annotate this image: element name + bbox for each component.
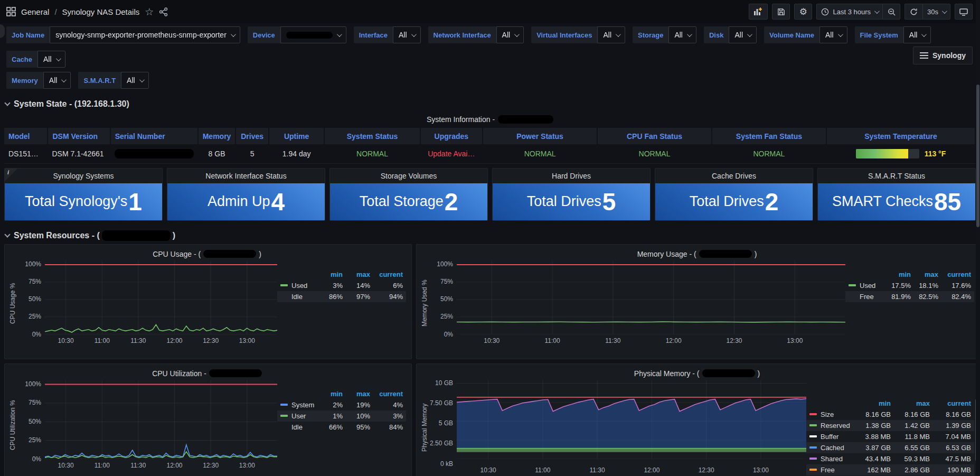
temperature-value: 113 °F	[925, 150, 946, 158]
breadcrumb-section[interactable]: General	[21, 7, 49, 16]
column-header-cpu-fan-status[interactable]: CPU Fan Status	[597, 128, 712, 144]
stat-panel-title[interactable]: Cache Drives	[655, 169, 813, 183]
column-header-model[interactable]: Model	[4, 128, 48, 144]
legend-series-label: Free	[821, 466, 835, 474]
plot-zone: 0%25%50%75%100%10:3011:0011:3012:0012:30…	[17, 260, 277, 346]
filter-value-dropdown[interactable]: All	[668, 26, 696, 43]
legend-series-name[interactable]: User	[277, 410, 318, 422]
refresh-button[interactable]	[904, 4, 922, 20]
time-range-picker[interactable]: Last 3 hours	[816, 4, 882, 20]
y-tick: 75%	[29, 399, 41, 406]
share-icon[interactable]	[159, 7, 168, 16]
y-tick: 2.50 GB	[430, 440, 453, 447]
stat-panel-title[interactable]: Network Interface Status	[167, 169, 325, 183]
filter-value-dropdown[interactable]: All	[37, 51, 65, 68]
y-tick: 0%	[32, 331, 41, 338]
stat-panel-title[interactable]: Storage Volumes	[330, 169, 487, 183]
legend-series-name[interactable]: Used	[845, 280, 887, 291]
legend-series-name[interactable]: Reserved	[806, 420, 855, 431]
tv-mode-button[interactable]	[955, 4, 973, 20]
add-panel-button[interactable]	[749, 4, 768, 20]
filter-value-dropdown[interactable]: All	[597, 26, 625, 43]
column-header-system-temperature[interactable]: System Temperature	[826, 128, 975, 144]
x-tick: 10:30	[484, 337, 500, 344]
refresh-interval-picker[interactable]: 30s	[922, 4, 950, 20]
legend-series-name[interactable]: Shared	[806, 453, 855, 464]
filter-value-dropdown[interactable]: All	[819, 26, 847, 43]
legend-series-name[interactable]: Free	[845, 291, 887, 302]
legend-series-name[interactable]: Free	[806, 464, 855, 475]
legend-value-min: 162 MB	[855, 464, 894, 475]
x-axis-ticks: 10:3011:0011:3012:0012:3013:00	[457, 464, 806, 475]
x-tick: 12:30	[203, 462, 219, 469]
series-color-swatch	[809, 424, 817, 426]
dashboards-grid-icon[interactable]	[6, 7, 16, 16]
column-header-upgrades[interactable]: Upgrades	[420, 128, 483, 144]
legend-series-name[interactable]: Idle	[277, 422, 318, 433]
section-system-state[interactable]: System State - (192.168.1.30)	[0, 95, 980, 112]
stat-panel-hard-drives: Hard DrivesTotal Drives5	[492, 168, 651, 221]
y-axis-ticks: 0%25%50%75%100%	[17, 380, 45, 459]
synology-menu-button[interactable]: Synology	[913, 46, 973, 64]
filter-value-dropdown[interactable]: All	[393, 26, 421, 43]
time-range-label: Last 3 hours	[833, 8, 871, 16]
save-dashboard-button[interactable]	[772, 4, 790, 20]
y-tick: 10 GB	[435, 379, 453, 387]
column-header-memory[interactable]: Memory	[198, 128, 236, 144]
legend-value-current: 8.16 GB	[933, 409, 974, 420]
page-scrollbar[interactable]	[976, 0, 980, 476]
x-tick: 12:00	[167, 462, 183, 469]
filter-value-dropdown[interactable]: All	[43, 72, 71, 89]
filter-value-dropdown[interactable]: All	[121, 72, 149, 89]
filter-value-dropdown[interactable]: All	[729, 26, 757, 43]
system-information-title[interactable]: System Information -	[4, 113, 976, 128]
section-system-resources[interactable]: System Resources - ( )	[0, 226, 980, 244]
redacted-title-part	[702, 369, 755, 377]
filter-label: S.M.A.R.T	[78, 72, 121, 89]
filter-value-dropdown[interactable]: All	[496, 26, 524, 43]
legend-value-min: 3.88 MB	[855, 431, 894, 442]
column-header-power-status[interactable]: Power Status	[483, 128, 597, 144]
settings-gear-button[interactable]: ⚙	[794, 4, 812, 20]
filter-value-dropdown[interactable]	[280, 26, 346, 43]
table-header-row: ModelDSM VersionSerial NumberMemoryDrive…	[4, 128, 975, 144]
zoom-out-button[interactable]	[882, 4, 900, 20]
plot-line: 0 kB2.50 GB5 GB7.50 GB10 GB	[429, 380, 806, 464]
star-icon[interactable]: ☆	[145, 6, 154, 18]
legend-value-current: 3%	[373, 410, 406, 422]
stat-panel-title[interactable]: Hard Drives	[493, 169, 650, 183]
panel-title[interactable]: CPU Utilization -	[8, 367, 406, 380]
legend-series-name[interactable]: System	[277, 399, 318, 410]
cell-system-temperature: 113 °F	[826, 144, 975, 163]
legend-series-label: Reserved	[821, 422, 850, 430]
column-header-dsm-version[interactable]: DSM Version	[48, 128, 110, 144]
panel-title[interactable]: Memory Usage - ()	[420, 248, 974, 260]
stat-panel-title[interactable]: S.M.A.R.T Status	[818, 169, 975, 183]
stat-panel-title[interactable]: Synology Systems	[5, 169, 162, 183]
panel-title[interactable]: Physical Memory - ()	[420, 367, 974, 380]
filter-file-system: File SystemAll	[855, 26, 931, 43]
legend-series-name[interactable]: Buffer	[806, 431, 855, 442]
series-color-swatch	[809, 413, 817, 415]
stat-label: Total Drives	[527, 193, 601, 210]
column-header-system-status[interactable]: System Status	[324, 128, 420, 144]
column-header-system-fan-status[interactable]: System Fan Status	[712, 128, 826, 144]
info-corner-icon[interactable]: i	[5, 169, 17, 181]
panel-title[interactable]: CPU Usage - ()	[8, 248, 406, 260]
legend-series-name[interactable]: Size	[806, 409, 855, 420]
legend-series-name[interactable]: Used	[277, 280, 318, 291]
legend-column-min: min	[318, 388, 346, 399]
legend-series-name[interactable]: Cached	[806, 442, 855, 453]
column-header-drives[interactable]: Drives	[235, 128, 268, 144]
legend-value-current: 6.53 GB	[933, 442, 974, 453]
filter-value-dropdown[interactable]: All	[903, 26, 931, 43]
scrollbar-thumb[interactable]	[976, 85, 979, 227]
chevron-down-icon	[139, 77, 145, 82]
column-header-serial-number[interactable]: Serial Number	[110, 128, 198, 144]
column-header-uptime[interactable]: Uptime	[269, 128, 325, 144]
filter-value-dropdown[interactable]: synology-snmp-exporter-prometheus-snmp-e…	[50, 26, 240, 43]
legend-series-name[interactable]: Idle	[277, 291, 318, 302]
legend-value-current: 82.4%	[941, 291, 974, 302]
x-tick: 11:30	[130, 337, 146, 344]
stat-label: Total Drives	[690, 193, 764, 210]
